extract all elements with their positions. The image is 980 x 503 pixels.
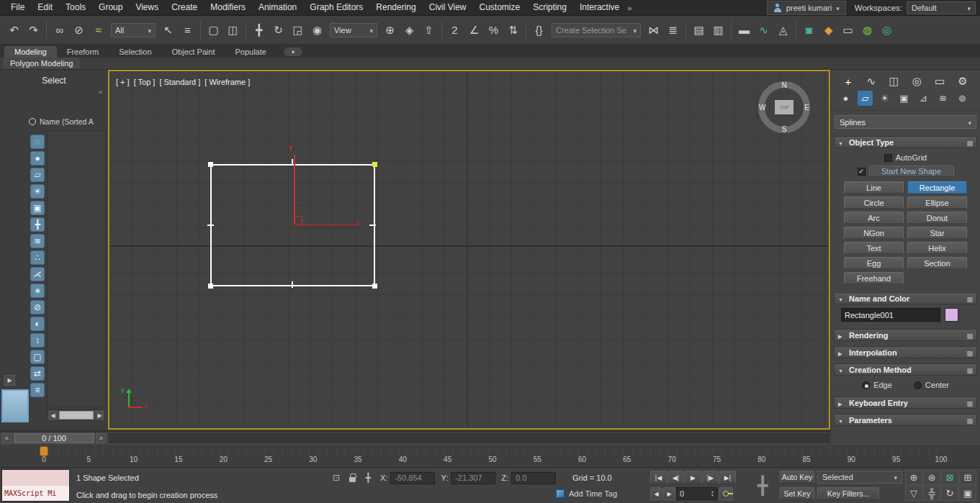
zoom-all-icon[interactable]: ⊛ bbox=[923, 470, 940, 485]
previous-key-icon[interactable]: ◀| bbox=[667, 471, 684, 484]
menu-overflow-icon[interactable]: » bbox=[627, 4, 631, 12]
menu-item[interactable]: Tools bbox=[59, 0, 92, 15]
time-slider-track[interactable] bbox=[109, 434, 829, 443]
select-and-manipulate-icon[interactable]: ◈ bbox=[400, 20, 419, 40]
track-bar[interactable]: 0510152025303540455055606570758085909510… bbox=[0, 444, 980, 468]
zoom-region-icon[interactable]: ⊞ bbox=[959, 470, 976, 485]
material-editor-icon[interactable]: ◙ bbox=[799, 20, 819, 40]
vertex-handle[interactable] bbox=[208, 284, 213, 289]
rollout-toggle-icon[interactable] bbox=[838, 138, 845, 147]
display-geometry-icon[interactable]: ● bbox=[30, 151, 45, 166]
use-pivot-center-icon[interactable]: ⊕ bbox=[380, 20, 400, 40]
sort-icon[interactable]: ↕ bbox=[30, 333, 45, 348]
reference-coordinate-dropdown[interactable]: View bbox=[330, 23, 377, 37]
isolate-selection-icon[interactable]: ⊡ bbox=[330, 471, 343, 484]
viewport-pov-menu[interactable]: [ Top ] bbox=[134, 78, 156, 86]
select-and-move-icon[interactable]: ╋ bbox=[249, 20, 269, 40]
helix-button[interactable]: Helix bbox=[907, 242, 967, 254]
user-account-menu[interactable]: preeti kumari bbox=[767, 1, 846, 15]
tab-freeform[interactable]: Freeform bbox=[57, 46, 109, 58]
pan-view-icon[interactable]: ╬ bbox=[923, 486, 940, 501]
add-time-tag[interactable]: Add Time Tag bbox=[556, 489, 617, 498]
undo-icon[interactable]: ↶ bbox=[4, 20, 24, 40]
gizmo-xy-plane-handle[interactable] bbox=[294, 216, 302, 225]
ribbon-subtab-polygon-modeling[interactable]: Polygon Modeling bbox=[3, 58, 80, 69]
rendered-frame-window-icon[interactable]: ▭ bbox=[838, 20, 858, 40]
macro-recorder-row[interactable] bbox=[2, 470, 69, 486]
viewport-layout-tab[interactable] bbox=[1, 389, 29, 422]
ngon-button[interactable]: NGon bbox=[844, 227, 904, 239]
x-coordinate-field[interactable]: -50.854 bbox=[390, 472, 435, 484]
menu-item[interactable]: Animation bbox=[252, 0, 303, 15]
time-slider-thumb[interactable]: 0 / 100 bbox=[14, 433, 94, 443]
rollout-toggle-icon[interactable] bbox=[838, 348, 845, 357]
text-button[interactable]: Text bbox=[844, 242, 904, 254]
rollout-header-parameters[interactable]: Parameters bbox=[834, 414, 977, 426]
current-frame-field[interactable]: 0 bbox=[676, 487, 718, 500]
toggle-layer-explorer-icon[interactable]: ▤ bbox=[689, 20, 709, 40]
object-name-input[interactable] bbox=[841, 308, 940, 322]
menu-item[interactable]: Scripting bbox=[526, 0, 573, 15]
explorer-overflow-icon[interactable]: » bbox=[99, 89, 102, 96]
rollout-toggle-icon[interactable] bbox=[838, 294, 845, 303]
object-color-swatch[interactable] bbox=[945, 308, 958, 322]
circle-button[interactable]: Circle bbox=[844, 196, 904, 209]
separator[interactable] bbox=[683, 20, 689, 40]
display-cameras-icon[interactable]: ▣ bbox=[30, 201, 45, 215]
listener-row[interactable]: MAXScript Mi bbox=[2, 486, 69, 502]
selection-lock-icon[interactable] bbox=[346, 471, 359, 484]
gizmo-x-axis[interactable] bbox=[294, 224, 359, 225]
select-object-icon[interactable]: ↖ bbox=[158, 20, 178, 40]
menu-item[interactable]: Modifiers bbox=[204, 0, 252, 15]
menu-item[interactable]: Customize bbox=[473, 0, 527, 15]
orbit-icon[interactable]: ↻ bbox=[941, 486, 958, 501]
donut-button[interactable]: Donut bbox=[907, 212, 967, 224]
display-hidden-icon[interactable]: ⊘ bbox=[30, 300, 45, 314]
mirror-icon[interactable]: ⋈ bbox=[644, 20, 663, 40]
unlink-selection-icon[interactable]: ⊘ bbox=[69, 20, 89, 40]
separator[interactable] bbox=[523, 20, 529, 40]
spinner-snap-icon[interactable]: ⇅ bbox=[503, 20, 523, 40]
angle-snap-icon[interactable]: ∠ bbox=[464, 20, 484, 40]
vertex-handle[interactable] bbox=[372, 284, 377, 289]
absolute-mode-toggle-icon[interactable]: ╋ bbox=[361, 471, 374, 484]
rollout-header-keyboard-entry[interactable]: Keyboard Entry bbox=[834, 396, 977, 409]
display-shapes-icon[interactable]: ▱ bbox=[30, 168, 45, 182]
timeslider-back-icon[interactable]: < bbox=[1, 433, 12, 443]
start-new-shape-checkbox[interactable] bbox=[858, 168, 866, 176]
rollout-toggle-icon[interactable] bbox=[838, 366, 845, 374]
rollout-header-rendering[interactable]: Rendering bbox=[834, 329, 977, 341]
separator[interactable] bbox=[793, 20, 799, 40]
menu-item[interactable]: Views bbox=[129, 0, 165, 15]
render-iterative-icon[interactable]: ◎ bbox=[877, 20, 896, 40]
viewport-general-menu[interactable]: [ + ] bbox=[116, 78, 130, 86]
next-key-icon[interactable]: |▶ bbox=[702, 471, 719, 484]
auto-key-button[interactable]: Auto Key bbox=[780, 471, 814, 484]
snaps-toggle-icon[interactable]: 2 bbox=[445, 20, 464, 40]
tab-modeling[interactable]: Modeling bbox=[4, 46, 57, 58]
set-key-button[interactable]: Set Key bbox=[780, 487, 814, 500]
scrollbar-thumb[interactable] bbox=[59, 411, 94, 420]
go-to-start-icon[interactable]: |◀ bbox=[650, 471, 667, 484]
select-and-rotate-icon[interactable]: ↻ bbox=[269, 20, 288, 40]
ellipse-button[interactable]: Ellipse bbox=[907, 196, 967, 209]
motion-tab[interactable]: ◎ bbox=[909, 75, 924, 88]
select-children-icon[interactable]: ≡ bbox=[30, 383, 45, 397]
spinner-icon[interactable] bbox=[711, 490, 714, 497]
bind-to-space-warp-icon[interactable]: ≈ bbox=[89, 20, 108, 40]
toggle-scene-explorer-icon[interactable]: ▥ bbox=[709, 20, 728, 40]
display-space-warps-icon[interactable]: ≋ bbox=[30, 234, 45, 248]
scroll-right-icon[interactable]: ▶ bbox=[95, 410, 104, 420]
create-tab[interactable]: + bbox=[841, 76, 855, 88]
rectangle-button[interactable]: Rectangle bbox=[907, 181, 967, 194]
compass-north[interactable]: N bbox=[781, 81, 786, 89]
percent-snap-icon[interactable]: % bbox=[484, 20, 503, 40]
menu-item[interactable]: Rendering bbox=[369, 0, 422, 15]
z-coordinate-field[interactable]: 0.0 bbox=[511, 472, 556, 484]
tab-populate[interactable]: Populate bbox=[225, 46, 276, 58]
display-helpers-icon[interactable]: ╋ bbox=[30, 217, 45, 232]
toggle-ribbon-icon[interactable]: ▬ bbox=[734, 20, 754, 40]
edge-radio-option[interactable]: Edge bbox=[862, 381, 892, 389]
rollout-toggle-icon[interactable] bbox=[838, 399, 845, 407]
geometry-category-icon[interactable]: ● bbox=[838, 91, 853, 106]
